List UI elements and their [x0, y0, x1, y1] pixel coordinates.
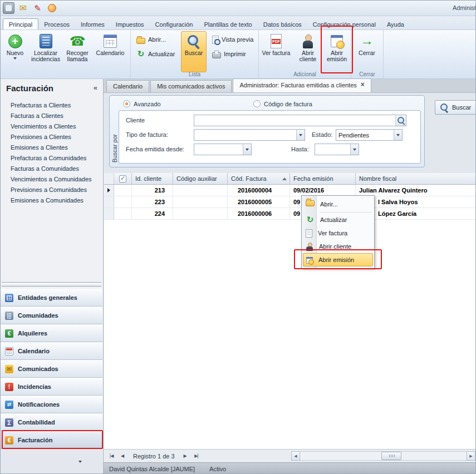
- sidebar-item-prefacturas-comunidades[interactable]: Prefacturas a Comunidades: [1, 153, 102, 164]
- ribbon-tab-informes[interactable]: Informes: [75, 19, 110, 29]
- sidebar-item-vencimientos-comunidades[interactable]: Vencimientos a Comunidades: [1, 174, 102, 185]
- dropdown-button[interactable]: [243, 144, 251, 155]
- ribbon-tab-datos-basicos[interactable]: Datos básicos: [258, 19, 307, 29]
- table-row[interactable]: 224 2016000006 09 López García: [104, 208, 476, 220]
- locate-incidents-button[interactable]: Localizar incidencias: [30, 32, 62, 71]
- pager-previous-icon[interactable]: [117, 451, 127, 461]
- sidebar-splitter[interactable]: [2, 282, 101, 287]
- radio-selected-icon[interactable]: [123, 100, 130, 107]
- calendar-button[interactable]: Calendario: [93, 32, 127, 71]
- nav-incidencias[interactable]: Incidencias: [1, 378, 102, 396]
- tab-mis-comunicados[interactable]: Mis comunicados activos: [150, 80, 232, 92]
- refresh-button[interactable]: Actualizar: [134, 48, 177, 60]
- sidebar-item-vencimientos-clientes[interactable]: Vencimientos a Clientes: [1, 121, 102, 132]
- view-invoice-button[interactable]: Ver factura: [260, 32, 292, 71]
- new-button[interactable]: Nuevo: [2, 32, 28, 71]
- pager-last-icon[interactable]: [192, 451, 202, 461]
- close-icon[interactable]: [361, 81, 365, 88]
- tab-facturas-emitidas[interactable]: Administrador: Facturas emitidas a clien…: [233, 78, 371, 92]
- grid-corner: [104, 173, 114, 184]
- feed-icon[interactable]: [46, 2, 58, 14]
- ribbon-tab-plantillas[interactable]: Plantillas de texto: [198, 19, 257, 29]
- sidebar-item-prefacturas-clientes[interactable]: Prefacturas a Clientes: [1, 100, 102, 111]
- estado-select[interactable]: Pendientes: [336, 129, 403, 141]
- open-client-button[interactable]: Abrir cliente: [293, 32, 322, 71]
- nav-contabilidad[interactable]: Contabilidad: [1, 413, 102, 431]
- ribbon-tab-procesos[interactable]: Procesos: [38, 19, 75, 29]
- grid-header-cod-factura[interactable]: Cód. Factura: [228, 173, 290, 184]
- grid-header-nombre-fiscal[interactable]: Nombre fiscal: [356, 173, 476, 184]
- context-menu-item-abrir-emision[interactable]: Abrir emisión: [303, 253, 373, 266]
- context-menu-item-abrir[interactable]: Abrir...: [303, 198, 373, 211]
- table-row[interactable]: 213 2016000004 09/02/2016 Julian Alvarez…: [104, 185, 476, 196]
- dropdown-button[interactable]: [296, 130, 305, 140]
- ribbon-tab-configuracion-personal[interactable]: Configuración personal: [307, 19, 381, 29]
- scroll-left-icon[interactable]: [291, 451, 300, 461]
- row-checkbox-cell[interactable]: [114, 196, 132, 208]
- grid-header-checkbox[interactable]: [114, 173, 132, 184]
- open-button[interactable]: Abrir...: [134, 33, 168, 46]
- grid-header-fecha-emision[interactable]: Fecha emisión: [290, 173, 356, 184]
- status-bar: David Quintas Alcalde [JAUME] Activo: [104, 462, 476, 474]
- sidebar-item-emisiones-comunidades[interactable]: Emisiones a Comunidades: [1, 195, 102, 206]
- search-button[interactable]: Buscar: [181, 31, 207, 72]
- cliente-lookup-button[interactable]: [395, 115, 406, 126]
- row-indicator: [104, 208, 114, 219]
- fecha-hasta-select[interactable]: [315, 144, 359, 155]
- sidebar-item-facturas-comunidades[interactable]: Facturas a Comunidades: [1, 164, 102, 174]
- sidebar-item-previsiones-clientes[interactable]: Previsiones a Clientes: [1, 132, 102, 142]
- cliente-input[interactable]: [194, 115, 406, 126]
- context-menu-item-actualizar[interactable]: Actualizar: [303, 213, 373, 226]
- grid-header-id-cliente[interactable]: Id. cliente: [132, 173, 173, 184]
- ribbon-tab-impuestos[interactable]: Impuestos: [110, 19, 150, 29]
- sidebar-item-previsiones-comunidades[interactable]: Previsiones a Comunidades: [1, 185, 102, 195]
- radio-avanzado[interactable]: Avanzado: [123, 100, 161, 107]
- tab-calendario[interactable]: Calendario: [106, 80, 149, 92]
- row-checkbox-cell[interactable]: [114, 208, 132, 219]
- pager-first-icon[interactable]: [106, 451, 116, 461]
- row-checkbox-cell[interactable]: [114, 185, 132, 196]
- ribbon-tab-configuracion[interactable]: Configuración: [150, 19, 199, 29]
- ribbon-tab-principal[interactable]: Principal: [3, 18, 38, 29]
- group-label: Lista: [131, 71, 258, 77]
- sidebar-item-emisiones-clientes[interactable]: Emisiones a Clientes: [1, 142, 102, 153]
- nav-notificaciones[interactable]: Notificaciones: [1, 396, 102, 413]
- pager-next-icon[interactable]: [180, 451, 190, 461]
- pickup-call-button[interactable]: Recoger llamada: [63, 32, 92, 71]
- checkbox-checked-icon[interactable]: [119, 175, 126, 182]
- print-preview-button[interactable]: Vista previa: [210, 33, 256, 46]
- grid-header-codigo-auxiliar[interactable]: Código auxiliar: [173, 173, 228, 184]
- context-menu-item-ver-factura[interactable]: Ver factura: [303, 226, 373, 240]
- tipo-factura-select[interactable]: [194, 129, 305, 141]
- nav-comunidades[interactable]: Comunidades: [1, 307, 102, 324]
- dropdown-button[interactable]: [350, 144, 359, 155]
- scroll-right-icon[interactable]: [467, 451, 475, 461]
- nav-alquileres[interactable]: Alquileres: [1, 324, 102, 342]
- cell-cod-factura: 2016000005: [228, 196, 290, 208]
- table-row[interactable]: 223 2016000005 09 l Salva Hoyos: [104, 196, 476, 208]
- nav-comunicados[interactable]: Comunicados: [1, 360, 102, 378]
- chevron-down-icon[interactable]: [75, 458, 85, 466]
- search-fields: Cliente Tipo de factura: Estado: Pendien…: [119, 110, 421, 164]
- nav-entidades-generales[interactable]: Entidades generales: [1, 289, 102, 307]
- side-search-button[interactable]: Buscar: [435, 100, 476, 115]
- close-button[interactable]: Cerrar: [352, 32, 381, 71]
- scrollbar-track[interactable]: [300, 451, 467, 461]
- nav-facturacion[interactable]: Facturación: [1, 431, 102, 449]
- print-button[interactable]: Imprimir: [210, 48, 248, 60]
- open-emission-button[interactable]: Abrir emisión: [323, 32, 350, 71]
- scrollbar-thumb[interactable]: [381, 452, 401, 460]
- note-icon[interactable]: [32, 2, 43, 14]
- radio-unselected-icon[interactable]: [253, 100, 261, 107]
- ribbon-tab-ayuda[interactable]: Ayuda: [381, 19, 410, 29]
- dropdown-button[interactable]: [394, 130, 402, 140]
- nav-calendario[interactable]: Calendario: [1, 342, 102, 360]
- sidebar-item-facturas-clientes[interactable]: Facturas a Clientes: [1, 111, 102, 121]
- app-icon[interactable]: [3, 2, 14, 14]
- fecha-desde-select[interactable]: [194, 144, 252, 155]
- context-menu-item-abrir-cliente[interactable]: Abrir cliente: [303, 240, 373, 253]
- chevrons-left-icon[interactable]: [94, 83, 97, 92]
- sidebar-item-list: Prefacturas a Clientes Facturas a Client…: [1, 100, 102, 206]
- mail-icon[interactable]: [17, 2, 29, 14]
- radio-codigo-factura[interactable]: Código de factura: [253, 100, 312, 107]
